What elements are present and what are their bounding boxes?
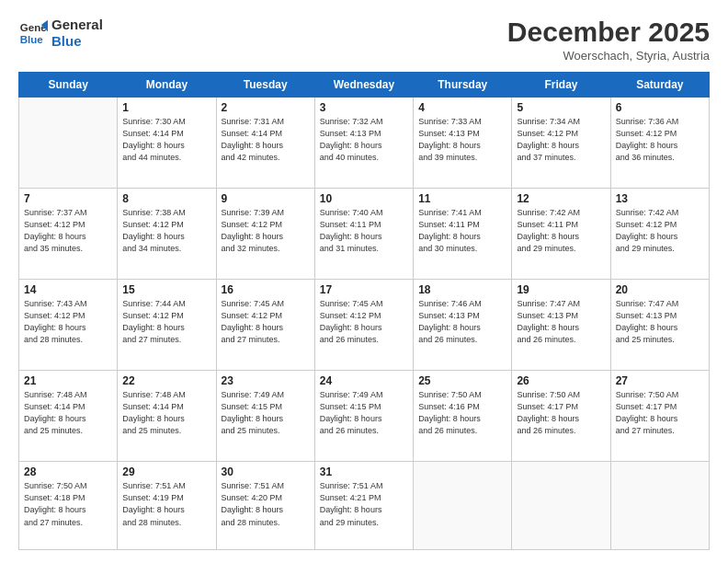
day-header-thursday: Thursday — [414, 73, 512, 98]
page: General Blue General Blue December 2025 … — [0, 0, 728, 563]
day-number: 17 — [320, 283, 408, 296]
day-info: Sunrise: 7:31 AMSunset: 4:14 PMDaylight:… — [222, 116, 310, 164]
day-info: Sunrise: 7:47 AMSunset: 4:13 PMDaylight:… — [616, 298, 704, 346]
calendar-cell: 16Sunrise: 7:45 AMSunset: 4:12 PMDayligh… — [216, 280, 314, 371]
calendar-cell: 12Sunrise: 7:42 AMSunset: 4:11 PMDayligh… — [512, 189, 610, 280]
day-number: 12 — [517, 192, 605, 205]
location: Woerschach, Styria, Austria — [507, 49, 710, 63]
calendar-cell: 28Sunrise: 7:50 AMSunset: 4:18 PMDayligh… — [19, 462, 118, 550]
logo: General Blue General Blue — [18, 17, 103, 50]
day-info: Sunrise: 7:50 AMSunset: 4:17 PMDaylight:… — [517, 389, 605, 437]
day-info: Sunrise: 7:46 AMSunset: 4:13 PMDaylight:… — [418, 298, 506, 346]
day-number: 9 — [222, 192, 310, 205]
calendar-cell: 6Sunrise: 7:36 AMSunset: 4:12 PMDaylight… — [610, 98, 709, 189]
calendar-cell: 7Sunrise: 7:37 AMSunset: 4:12 PMDaylight… — [19, 189, 118, 280]
calendar-header-row: SundayMondayTuesdayWednesdayThursdayFrid… — [19, 73, 710, 98]
calendar-cell: 19Sunrise: 7:47 AMSunset: 4:13 PMDayligh… — [512, 280, 610, 371]
calendar-cell: 31Sunrise: 7:51 AMSunset: 4:21 PMDayligh… — [314, 462, 413, 550]
day-number: 18 — [418, 283, 506, 296]
day-number: 7 — [24, 192, 112, 205]
calendar-cell: 18Sunrise: 7:46 AMSunset: 4:13 PMDayligh… — [414, 280, 512, 371]
calendar-cell — [512, 462, 610, 550]
day-info: Sunrise: 7:42 AMSunset: 4:11 PMDaylight:… — [517, 207, 605, 255]
day-header-saturday: Saturday — [610, 73, 709, 98]
logo-line2: Blue — [51, 33, 103, 50]
svg-text:Blue: Blue — [20, 34, 44, 45]
logo-line1: General — [51, 17, 103, 33]
calendar-cell: 2Sunrise: 7:31 AMSunset: 4:14 PMDaylight… — [216, 98, 314, 189]
day-info: Sunrise: 7:43 AMSunset: 4:12 PMDaylight:… — [24, 298, 112, 346]
day-info: Sunrise: 7:37 AMSunset: 4:12 PMDaylight:… — [24, 207, 112, 255]
month-title: December 2025 — [507, 17, 710, 47]
calendar-cell: 8Sunrise: 7:38 AMSunset: 4:12 PMDaylight… — [118, 189, 216, 280]
calendar-cell: 11Sunrise: 7:41 AMSunset: 4:11 PMDayligh… — [414, 189, 512, 280]
day-info: Sunrise: 7:51 AMSunset: 4:21 PMDaylight:… — [320, 480, 408, 528]
day-number: 16 — [222, 283, 310, 296]
day-info: Sunrise: 7:50 AMSunset: 4:16 PMDaylight:… — [418, 389, 506, 437]
day-header-tuesday: Tuesday — [216, 73, 314, 98]
calendar-cell: 15Sunrise: 7:44 AMSunset: 4:12 PMDayligh… — [118, 280, 216, 371]
day-number: 27 — [616, 374, 704, 387]
calendar-cell — [19, 98, 118, 189]
day-info: Sunrise: 7:51 AMSunset: 4:20 PMDaylight:… — [222, 480, 310, 528]
calendar-cell: 10Sunrise: 7:40 AMSunset: 4:11 PMDayligh… — [314, 189, 413, 280]
calendar-cell: 27Sunrise: 7:50 AMSunset: 4:17 PMDayligh… — [610, 371, 709, 462]
day-info: Sunrise: 7:48 AMSunset: 4:14 PMDaylight:… — [122, 389, 210, 437]
day-number: 30 — [222, 465, 310, 478]
day-number: 1 — [122, 101, 210, 114]
day-number: 8 — [122, 192, 210, 205]
day-header-monday: Monday — [118, 73, 216, 98]
day-number: 25 — [418, 374, 506, 387]
calendar-table: SundayMondayTuesdayWednesdayThursdayFrid… — [18, 72, 710, 550]
calendar-cell: 17Sunrise: 7:45 AMSunset: 4:12 PMDayligh… — [314, 280, 413, 371]
calendar-cell: 9Sunrise: 7:39 AMSunset: 4:12 PMDaylight… — [216, 189, 314, 280]
day-info: Sunrise: 7:50 AMSunset: 4:18 PMDaylight:… — [24, 480, 112, 528]
calendar-week-2: 7Sunrise: 7:37 AMSunset: 4:12 PMDaylight… — [19, 189, 710, 280]
calendar-cell: 4Sunrise: 7:33 AMSunset: 4:13 PMDaylight… — [414, 98, 512, 189]
day-number: 29 — [122, 465, 210, 478]
calendar-cell: 13Sunrise: 7:42 AMSunset: 4:12 PMDayligh… — [610, 189, 709, 280]
calendar-cell: 21Sunrise: 7:48 AMSunset: 4:14 PMDayligh… — [19, 371, 118, 462]
header: General Blue General Blue December 2025 … — [18, 17, 710, 63]
day-info: Sunrise: 7:45 AMSunset: 4:12 PMDaylight:… — [320, 298, 408, 346]
day-header-friday: Friday — [512, 73, 610, 98]
day-number: 23 — [222, 374, 310, 387]
day-info: Sunrise: 7:39 AMSunset: 4:12 PMDaylight:… — [222, 207, 310, 255]
calendar-cell: 14Sunrise: 7:43 AMSunset: 4:12 PMDayligh… — [19, 280, 118, 371]
day-number: 28 — [24, 465, 112, 478]
day-header-wednesday: Wednesday — [314, 73, 413, 98]
day-number: 22 — [122, 374, 210, 387]
day-number: 19 — [517, 283, 605, 296]
day-info: Sunrise: 7:30 AMSunset: 4:14 PMDaylight:… — [122, 116, 210, 164]
day-number: 26 — [517, 374, 605, 387]
day-info: Sunrise: 7:50 AMSunset: 4:17 PMDaylight:… — [616, 389, 704, 437]
day-number: 15 — [122, 283, 210, 296]
day-info: Sunrise: 7:36 AMSunset: 4:12 PMDaylight:… — [616, 116, 704, 164]
day-number: 21 — [24, 374, 112, 387]
calendar-week-1: 1Sunrise: 7:30 AMSunset: 4:14 PMDaylight… — [19, 98, 710, 189]
day-info: Sunrise: 7:51 AMSunset: 4:19 PMDaylight:… — [122, 480, 210, 528]
day-info: Sunrise: 7:33 AMSunset: 4:13 PMDaylight:… — [418, 116, 506, 164]
day-header-sunday: Sunday — [19, 73, 118, 98]
day-info: Sunrise: 7:32 AMSunset: 4:13 PMDaylight:… — [320, 116, 408, 164]
day-number: 13 — [616, 192, 704, 205]
day-number: 31 — [320, 465, 408, 478]
day-info: Sunrise: 7:45 AMSunset: 4:12 PMDaylight:… — [222, 298, 310, 346]
calendar-cell: 5Sunrise: 7:34 AMSunset: 4:12 PMDaylight… — [512, 98, 610, 189]
day-number: 5 — [517, 101, 605, 114]
calendar-week-5: 28Sunrise: 7:50 AMSunset: 4:18 PMDayligh… — [19, 462, 710, 550]
calendar-cell: 25Sunrise: 7:50 AMSunset: 4:16 PMDayligh… — [414, 371, 512, 462]
calendar-cell: 24Sunrise: 7:49 AMSunset: 4:15 PMDayligh… — [314, 371, 413, 462]
day-number: 4 — [418, 101, 506, 114]
calendar-week-4: 21Sunrise: 7:48 AMSunset: 4:14 PMDayligh… — [19, 371, 710, 462]
day-info: Sunrise: 7:47 AMSunset: 4:13 PMDaylight:… — [517, 298, 605, 346]
day-number: 24 — [320, 374, 408, 387]
logo-text: General Blue — [51, 17, 103, 50]
day-number: 10 — [320, 192, 408, 205]
title-block: December 2025 Woerschach, Styria, Austri… — [507, 17, 710, 63]
day-info: Sunrise: 7:40 AMSunset: 4:11 PMDaylight:… — [320, 207, 408, 255]
day-number: 6 — [616, 101, 704, 114]
calendar-week-3: 14Sunrise: 7:43 AMSunset: 4:12 PMDayligh… — [19, 280, 710, 371]
calendar-cell — [414, 462, 512, 550]
day-number: 20 — [616, 283, 704, 296]
